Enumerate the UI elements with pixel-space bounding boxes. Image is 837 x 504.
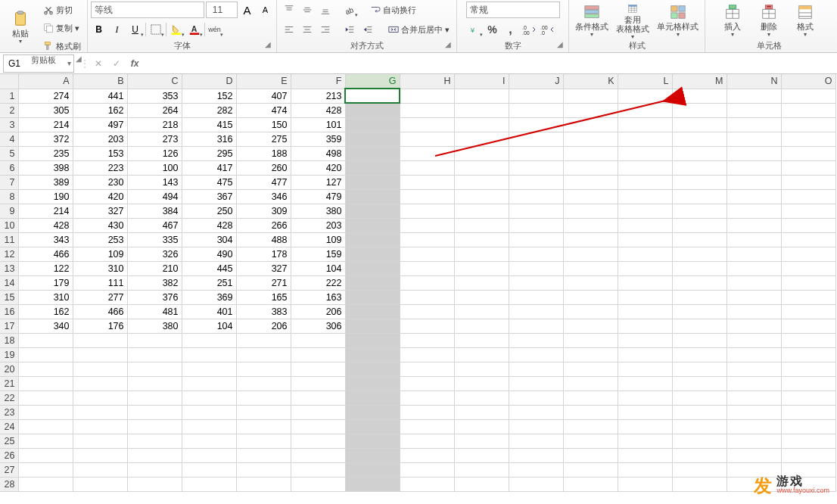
cell-L15[interactable] bbox=[618, 290, 672, 304]
cell-O10[interactable] bbox=[781, 218, 835, 232]
column-header-B[interactable]: B bbox=[73, 74, 127, 89]
cell-C8[interactable]: 494 bbox=[127, 189, 182, 204]
cell-D9[interactable]: 250 bbox=[182, 204, 236, 218]
cell-H20[interactable] bbox=[400, 362, 454, 376]
cell-F8[interactable]: 479 bbox=[291, 189, 345, 204]
cell-C24[interactable] bbox=[127, 419, 182, 434]
cell-I11[interactable] bbox=[454, 232, 509, 247]
cell-B18[interactable] bbox=[73, 333, 127, 347]
cell-I13[interactable] bbox=[454, 261, 509, 275]
cell-O4[interactable] bbox=[781, 132, 835, 146]
cell-E27[interactable] bbox=[236, 462, 291, 477]
cell-C26[interactable] bbox=[127, 448, 182, 462]
cell-L24[interactable] bbox=[618, 419, 672, 434]
cell-A4[interactable]: 372 bbox=[18, 132, 73, 146]
cell-K25[interactable] bbox=[563, 434, 618, 448]
column-header-H[interactable]: H bbox=[400, 74, 454, 89]
cell-H4[interactable] bbox=[400, 132, 454, 146]
cell-H18[interactable] bbox=[400, 333, 454, 347]
row-header-3[interactable]: 3 bbox=[0, 117, 18, 132]
cell-F13[interactable]: 104 bbox=[291, 261, 345, 275]
row-header-19[interactable]: 19 bbox=[0, 347, 18, 362]
cell-J1[interactable] bbox=[509, 89, 563, 103]
cell-N2[interactable] bbox=[727, 103, 781, 117]
cell-styles-button[interactable]: 单元格样式 ▾ bbox=[657, 2, 699, 40]
cell-J7[interactable] bbox=[509, 175, 563, 189]
cell-J22[interactable] bbox=[509, 390, 563, 405]
cell-K1[interactable] bbox=[563, 89, 618, 103]
cell-F26[interactable] bbox=[291, 448, 345, 462]
cell-J12[interactable] bbox=[509, 247, 563, 261]
cell-K21[interactable] bbox=[563, 376, 618, 390]
cell-G10[interactable] bbox=[345, 218, 400, 232]
cell-E22[interactable] bbox=[236, 390, 291, 405]
cell-G3[interactable] bbox=[345, 117, 400, 132]
cell-J27[interactable] bbox=[509, 462, 563, 477]
row-header-25[interactable]: 25 bbox=[0, 434, 18, 448]
column-header-M[interactable]: M bbox=[672, 74, 727, 89]
cell-M3[interactable] bbox=[672, 117, 727, 132]
cell-M19[interactable] bbox=[672, 347, 727, 362]
cell-H17[interactable] bbox=[400, 319, 454, 333]
cell-B27[interactable] bbox=[73, 462, 127, 477]
cell-N14[interactable] bbox=[727, 275, 781, 290]
cell-F19[interactable] bbox=[291, 347, 345, 362]
cell-L9[interactable] bbox=[618, 204, 672, 218]
cell-O17[interactable] bbox=[781, 319, 835, 333]
cell-I27[interactable] bbox=[454, 462, 509, 477]
cell-F24[interactable] bbox=[291, 419, 345, 434]
cell-K18[interactable] bbox=[563, 333, 618, 347]
cell-L7[interactable] bbox=[618, 175, 672, 189]
cell-L27[interactable] bbox=[618, 462, 672, 477]
row-header-26[interactable]: 26 bbox=[0, 448, 18, 462]
cell-E8[interactable]: 346 bbox=[236, 189, 291, 204]
cell-E23[interactable] bbox=[236, 405, 291, 419]
number-format-combo[interactable] bbox=[466, 2, 560, 18]
cell-G23[interactable] bbox=[345, 405, 400, 419]
cell-E6[interactable]: 260 bbox=[236, 160, 291, 175]
cell-C18[interactable] bbox=[127, 333, 182, 347]
cell-J20[interactable] bbox=[509, 362, 563, 376]
cell-B2[interactable]: 162 bbox=[73, 103, 127, 117]
row-header-2[interactable]: 2 bbox=[0, 103, 18, 117]
cell-O19[interactable] bbox=[781, 347, 835, 362]
select-all-corner[interactable] bbox=[0, 74, 18, 89]
cell-E20[interactable] bbox=[236, 362, 291, 376]
cell-A6[interactable]: 398 bbox=[18, 160, 73, 175]
cell-F20[interactable] bbox=[291, 362, 345, 376]
cell-J11[interactable] bbox=[509, 232, 563, 247]
cell-L13[interactable] bbox=[618, 261, 672, 275]
cell-O8[interactable] bbox=[781, 189, 835, 204]
cell-M22[interactable] bbox=[672, 390, 727, 405]
cell-D7[interactable]: 475 bbox=[182, 175, 236, 189]
cell-A2[interactable]: 305 bbox=[18, 103, 73, 117]
cell-I12[interactable] bbox=[454, 247, 509, 261]
cell-J10[interactable] bbox=[509, 218, 563, 232]
cell-I23[interactable] bbox=[454, 405, 509, 419]
cell-O26[interactable] bbox=[781, 448, 835, 462]
cell-I5[interactable] bbox=[454, 146, 509, 160]
column-header-D[interactable]: D bbox=[182, 74, 236, 89]
cell-K5[interactable] bbox=[563, 146, 618, 160]
cell-D26[interactable] bbox=[182, 448, 236, 462]
cell-A27[interactable] bbox=[18, 462, 73, 477]
row-header-14[interactable]: 14 bbox=[0, 275, 18, 290]
cell-K22[interactable] bbox=[563, 390, 618, 405]
cell-A21[interactable] bbox=[18, 376, 73, 390]
row-header-24[interactable]: 24 bbox=[0, 419, 18, 434]
cell-A22[interactable] bbox=[18, 390, 73, 405]
cell-I19[interactable] bbox=[454, 347, 509, 362]
cell-B17[interactable]: 176 bbox=[73, 319, 127, 333]
cell-O7[interactable] bbox=[781, 175, 835, 189]
wrap-text-button[interactable]: 自动换行 bbox=[367, 2, 419, 18]
cell-D22[interactable] bbox=[182, 390, 236, 405]
align-left-button[interactable] bbox=[281, 21, 297, 38]
row-header-9[interactable]: 9 bbox=[0, 204, 18, 218]
cell-D2[interactable]: 282 bbox=[182, 103, 236, 117]
cell-C25[interactable] bbox=[127, 434, 182, 448]
cell-G21[interactable] bbox=[345, 376, 400, 390]
cell-I24[interactable] bbox=[454, 419, 509, 434]
cell-G4[interactable] bbox=[345, 132, 400, 146]
cell-M20[interactable] bbox=[672, 362, 727, 376]
cell-L18[interactable] bbox=[618, 333, 672, 347]
